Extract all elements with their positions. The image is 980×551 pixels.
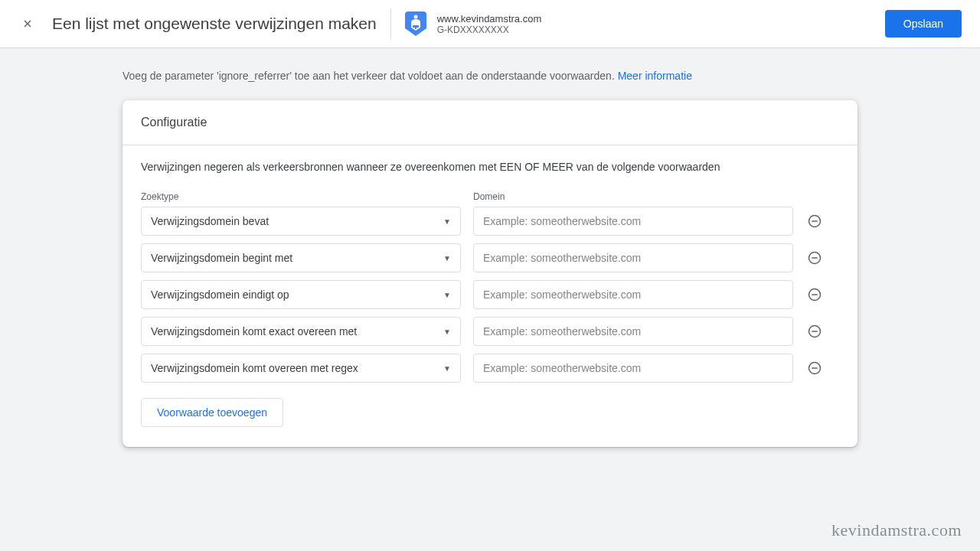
property-domain: www.kevindamstra.com bbox=[437, 13, 542, 24]
help-link[interactable]: Meer informatie bbox=[618, 70, 692, 82]
label-zoektype: Zoektype bbox=[141, 191, 461, 202]
label-domein: Domein bbox=[473, 191, 793, 202]
config-card: Configuratie Verwijzingen negeren als ve… bbox=[122, 100, 858, 447]
watermark: kevindamstra.com bbox=[831, 520, 962, 540]
match-type-value: Verwijzingsdomein komt exact overeen met bbox=[151, 325, 357, 337]
match-type-value: Verwijzingsdomein bevat bbox=[151, 215, 269, 227]
condition-row: Verwijzingsdomein komt overeen met regex… bbox=[141, 354, 839, 383]
close-icon bbox=[21, 18, 34, 30]
match-type-value: Verwijzingsdomein komt overeen met regex bbox=[151, 362, 358, 374]
remove-condition-button[interactable] bbox=[805, 285, 824, 304]
remove-icon bbox=[807, 214, 822, 229]
close-button[interactable] bbox=[18, 15, 37, 33]
remove-icon bbox=[807, 324, 822, 339]
save-button[interactable]: Opslaan bbox=[885, 10, 962, 37]
domain-input[interactable] bbox=[473, 243, 793, 272]
add-condition-button[interactable]: Voorwaarde toevoegen bbox=[141, 398, 283, 427]
condition-row: Verwijzingsdomein eindigt op ▼ bbox=[141, 280, 839, 309]
match-type-value: Verwijzingsdomein begint met bbox=[151, 252, 292, 264]
domain-input[interactable] bbox=[473, 354, 793, 383]
remove-icon bbox=[807, 360, 822, 376]
remove-condition-button[interactable] bbox=[805, 322, 824, 341]
card-instruction: Verwijzingen negeren als verkeersbronnen… bbox=[141, 161, 839, 173]
caret-down-icon: ▼ bbox=[443, 291, 451, 299]
remove-condition-button[interactable] bbox=[805, 359, 824, 377]
caret-down-icon: ▼ bbox=[443, 328, 451, 336]
content-area: Voeg de parameter 'ignore_referrer' toe … bbox=[0, 48, 980, 447]
help-text: Voeg de parameter 'ignore_referrer' toe … bbox=[122, 70, 858, 82]
help-text-body: Voeg de parameter 'ignore_referrer' toe … bbox=[122, 70, 618, 82]
remove-condition-button[interactable] bbox=[805, 212, 824, 230]
card-title: Configuratie bbox=[122, 100, 858, 145]
match-type-value: Verwijzingsdomein eindigt op bbox=[151, 289, 289, 301]
caret-down-icon: ▼ bbox=[443, 364, 451, 373]
condition-row: Verwijzingsdomein begint met ▼ bbox=[141, 243, 839, 272]
condition-row: Verwijzingsdomein komt exact overeen met… bbox=[141, 317, 839, 346]
match-type-select[interactable]: Verwijzingsdomein komt exact overeen met… bbox=[141, 317, 461, 346]
property-block: www.kevindamstra.com G-KDXXXXXXXX bbox=[390, 8, 542, 39]
match-type-select[interactable]: Verwijzingsdomein bevat ▼ bbox=[141, 207, 461, 236]
condition-row: Verwijzingsdomein bevat ▼ bbox=[141, 207, 839, 236]
caret-down-icon: ▼ bbox=[443, 217, 451, 226]
match-type-select[interactable]: Verwijzingsdomein begint met ▼ bbox=[141, 243, 461, 272]
page-title: Een lijst met ongewenste verwijzingen ma… bbox=[52, 15, 377, 33]
property-id: G-KDXXXXXXXX bbox=[437, 24, 542, 35]
remove-icon bbox=[807, 250, 822, 266]
match-type-select[interactable]: Verwijzingsdomein eindigt op ▼ bbox=[141, 280, 461, 309]
tag-icon bbox=[405, 11, 426, 36]
domain-input[interactable] bbox=[473, 317, 793, 346]
remove-condition-button[interactable] bbox=[805, 249, 824, 267]
match-type-select[interactable]: Verwijzingsdomein komt overeen met regex… bbox=[141, 354, 461, 383]
domain-input[interactable] bbox=[473, 280, 793, 309]
remove-icon bbox=[807, 287, 822, 302]
page-header: Een lijst met ongewenste verwijzingen ma… bbox=[0, 0, 980, 48]
caret-down-icon: ▼ bbox=[443, 254, 451, 262]
domain-input[interactable] bbox=[473, 207, 793, 236]
svg-point-0 bbox=[413, 15, 417, 19]
